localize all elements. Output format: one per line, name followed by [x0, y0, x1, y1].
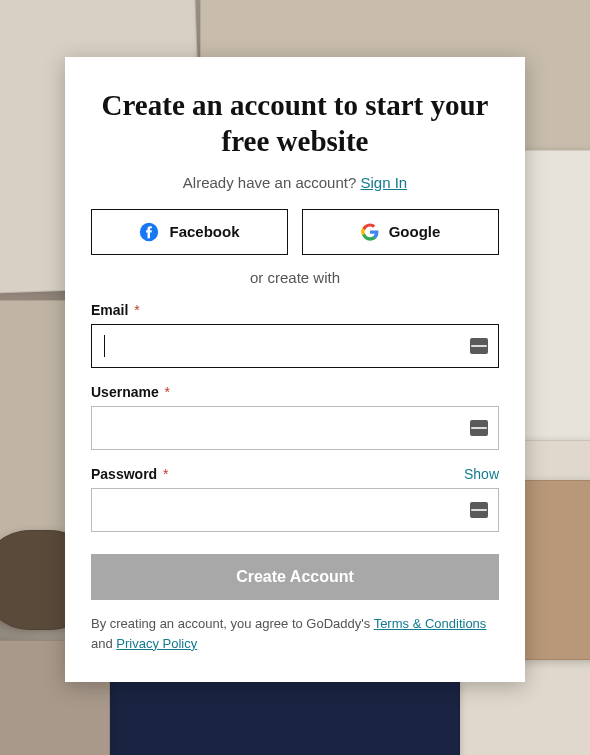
- google-icon: [361, 223, 379, 241]
- email-field-group: Email *: [91, 302, 499, 368]
- disclaimer-text: By creating an account, you agree to GoD…: [91, 614, 499, 654]
- have-account-row: Already have an account? Sign In: [91, 174, 499, 191]
- username-field-group: Username *: [91, 384, 499, 450]
- password-label: Password *: [91, 466, 168, 482]
- create-account-button[interactable]: Create Account: [91, 554, 499, 600]
- password-input-box[interactable]: [91, 488, 499, 532]
- signup-modal: Create an account to start your free web…: [65, 57, 525, 682]
- email-input[interactable]: [92, 325, 498, 367]
- facebook-label: Facebook: [169, 223, 239, 240]
- terms-link[interactable]: Terms & Conditions: [374, 616, 487, 631]
- username-input-box[interactable]: [91, 406, 499, 450]
- facebook-icon: [139, 222, 159, 242]
- password-field-group: Password * Show: [91, 466, 499, 532]
- required-mark: *: [134, 302, 139, 318]
- required-mark: *: [165, 384, 170, 400]
- username-input[interactable]: [92, 407, 498, 449]
- text-caret: [104, 335, 105, 357]
- have-account-text: Already have an account?: [183, 174, 361, 191]
- modal-title: Create an account to start your free web…: [91, 87, 499, 160]
- password-input[interactable]: [92, 489, 498, 531]
- google-label: Google: [389, 223, 441, 240]
- password-manager-icon[interactable]: [470, 502, 488, 518]
- password-manager-icon[interactable]: [470, 420, 488, 436]
- required-mark: *: [163, 466, 168, 482]
- facebook-button[interactable]: Facebook: [91, 209, 288, 255]
- password-manager-icon[interactable]: [470, 338, 488, 354]
- username-label: Username *: [91, 384, 170, 400]
- privacy-link[interactable]: Privacy Policy: [116, 636, 197, 651]
- email-label: Email *: [91, 302, 140, 318]
- social-buttons-row: Facebook Google: [91, 209, 499, 255]
- email-input-box[interactable]: [91, 324, 499, 368]
- show-password-toggle[interactable]: Show: [464, 466, 499, 482]
- or-create-text: or create with: [91, 269, 499, 286]
- sign-in-link[interactable]: Sign In: [360, 174, 407, 191]
- google-button[interactable]: Google: [302, 209, 499, 255]
